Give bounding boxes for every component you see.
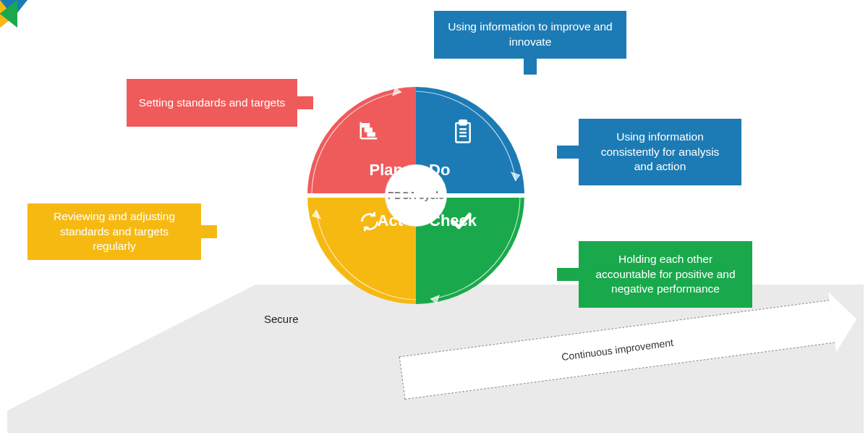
clipboard-icon [452,119,474,144]
svg-rect-4 [368,133,375,136]
callout-act: Reviewing and adjusting standards and ta… [27,203,201,260]
gantt-icon [358,119,380,141]
callout-do-top: Using information to improve and innovat… [434,11,626,59]
svg-rect-6 [459,120,467,125]
secure-label: Secure [264,313,299,325]
hub-label: PDCA cycle [388,190,444,202]
callout-do-top-text: Using information to improve and innovat… [446,20,615,50]
callout-plan: Setting standards and targets [127,79,297,127]
callout-plan-text: Setting standards and targets [139,96,286,111]
cycle-hub: PDCA cycle [386,165,446,226]
svg-rect-2 [362,124,369,127]
callout-check: Holding each other accountable for posit… [579,241,752,308]
callout-do-right: Using information consistently for analy… [579,119,741,185]
arrow-check [0,0,17,28]
pdca-cycle: Plan Do Check Act [307,87,524,304]
pdca-diagram: Secure Continuous improvement Plan Do Ch… [0,0,868,433]
callout-do-right-text: Using information consistently for analy… [590,130,730,175]
svg-rect-3 [365,129,372,132]
callout-check-text: Holding each other accountable for posit… [590,252,741,298]
callout-act-text: Reviewing and adjusting standards and ta… [39,209,190,255]
